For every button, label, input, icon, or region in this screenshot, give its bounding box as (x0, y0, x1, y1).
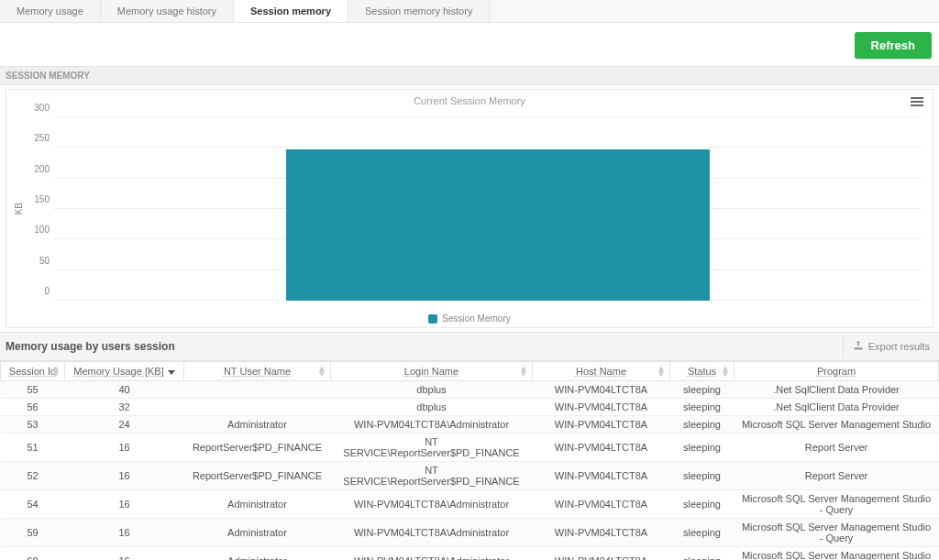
cell-login: WIN-PVM04LTCT8A\Administrator (331, 519, 533, 547)
cell-user (184, 399, 331, 416)
cell-program: Microsoft SQL Server Management Studio -… (735, 547, 939, 560)
export-label: Export results (868, 341, 930, 352)
sort-desc-icon (168, 370, 175, 375)
cell-host: WIN-PVM04LTCT8A (533, 547, 670, 560)
cell-login: dbplus (331, 381, 533, 399)
cell-user (184, 381, 331, 399)
table-row[interactable]: 5116ReportServer$PD_FINANCENT SERVICE\Re… (1, 434, 939, 462)
chart-menu-icon[interactable] (911, 97, 923, 106)
grid-line (53, 147, 922, 148)
cell-program: Microsoft SQL Server Management Studio -… (735, 519, 939, 547)
cell-status: sleeping (670, 416, 735, 434)
col-status[interactable]: Status▲▼ (670, 362, 735, 381)
cell-host: WIN-PVM04LTCT8A (533, 490, 670, 519)
chart-title: Current Session Memory (14, 95, 925, 106)
chart-legend: Session Memory (14, 310, 925, 324)
lower-section-title: Memory usage by users session (6, 340, 175, 353)
col-host-name[interactable]: Host Name▲▼ (533, 362, 670, 381)
cell-status: sleeping (670, 434, 735, 462)
tab-session-memory[interactable]: Session memory (234, 0, 348, 22)
cell-login: WIN-PVM04LTCT8A\Administrator (331, 416, 533, 434)
export-results-button[interactable]: Export results (843, 335, 939, 357)
cell-program: Report Server (735, 434, 939, 462)
cell-host: WIN-PVM04LTCT8A (533, 399, 670, 416)
cell-login: NT SERVICE\ReportServer$PD_FINANCE (331, 462, 533, 490)
cell-program: Microsoft SQL Server Management Studio (735, 416, 939, 434)
sessions-table: Session Id▲▼ Memory Usage [KB] NT User N… (0, 361, 939, 560)
cell-program: .Net SqlClient Data Provider (735, 381, 939, 399)
export-icon (853, 340, 864, 353)
cell-status: sleeping (670, 381, 735, 399)
y-tick-label: 200 (26, 163, 50, 173)
cell-user: Administrator (184, 416, 331, 434)
cell-login: dbplus (331, 399, 533, 416)
cell-mem: 16 (65, 519, 184, 547)
y-tick-label: 250 (26, 133, 50, 143)
table-row[interactable]: 5540dbplusWIN-PVM04LTCT8Asleeping.Net Sq… (1, 381, 939, 399)
lower-section-header: Memory usage by users session Export res… (0, 332, 939, 361)
col-nt-user[interactable]: NT User Name▲▼ (184, 362, 331, 381)
table-row[interactable]: 5324AdministratorWIN-PVM04LTCT8A\Adminis… (1, 416, 939, 434)
y-tick-label: 0 (26, 286, 50, 296)
chart-plot-area[interactable]: 050100150200250300 (26, 108, 925, 310)
legend-swatch (428, 314, 437, 324)
toolbar: Refresh (0, 23, 939, 66)
table-row[interactable]: 6016AdministratorWIN-PVM04LTCT8A\Adminis… (1, 547, 939, 560)
refresh-button[interactable]: Refresh (855, 32, 932, 59)
y-tick-label: 300 (26, 103, 50, 113)
cell-host: WIN-PVM04LTCT8A (533, 519, 670, 547)
cell-program: .Net SqlClient Data Provider (735, 399, 939, 416)
cell-mem: 16 (65, 434, 184, 462)
cell-sid: 53 (1, 416, 65, 434)
chart-bar[interactable] (286, 149, 709, 301)
tab-memory-usage[interactable]: Memory usage (0, 0, 101, 22)
chart-yaxis-label: KB (14, 203, 24, 214)
col-memory-usage[interactable]: Memory Usage [KB] (65, 362, 184, 381)
table-row[interactable]: 5916AdministratorWIN-PVM04LTCT8A\Adminis… (1, 519, 939, 547)
cell-mem: 24 (65, 416, 184, 434)
cell-user: Administrator (184, 519, 331, 547)
cell-host: WIN-PVM04LTCT8A (533, 434, 670, 462)
cell-program: Report Server (735, 462, 939, 490)
cell-user: ReportServer$PD_FINANCE (184, 462, 331, 490)
cell-sid: 59 (1, 519, 65, 547)
cell-mem: 16 (65, 547, 184, 560)
cell-status: sleeping (670, 462, 735, 490)
col-login-name[interactable]: Login Name▲▼ (331, 362, 533, 381)
cell-sid: 55 (1, 381, 65, 399)
cell-status: sleeping (670, 519, 735, 547)
cell-mem: 40 (65, 381, 184, 399)
y-tick-label: 50 (26, 255, 50, 265)
cell-user: ReportServer$PD_FINANCE (184, 434, 331, 462)
y-tick-label: 150 (26, 194, 50, 204)
tab-session-memory-history[interactable]: Session memory history (348, 0, 490, 22)
table-row[interactable]: 5216ReportServer$PD_FINANCENT SERVICE\Re… (1, 462, 939, 490)
cell-login: WIN-PVM04LTCT8A\Administrator (331, 547, 533, 560)
cell-status: sleeping (670, 490, 735, 519)
col-program[interactable]: Program (735, 362, 939, 381)
tab-bar: Memory usage Memory usage history Sessio… (0, 0, 939, 23)
chart-card: Current Session Memory KB 05010015020025… (6, 89, 933, 328)
cell-login: NT SERVICE\ReportServer$PD_FINANCE (331, 434, 533, 462)
section-header-session-memory: SESSION MEMORY (0, 66, 939, 85)
cell-host: WIN-PVM04LTCT8A (533, 416, 670, 434)
cell-host: WIN-PVM04LTCT8A (533, 381, 670, 399)
cell-user: Administrator (184, 490, 331, 519)
cell-sid: 54 (1, 490, 65, 519)
col-session-id[interactable]: Session Id▲▼ (1, 362, 65, 381)
cell-mem: 32 (65, 399, 184, 416)
table-row[interactable]: 5416AdministratorWIN-PVM04LTCT8A\Adminis… (1, 490, 939, 519)
y-tick-label: 100 (26, 225, 50, 235)
table-row[interactable]: 5632dbplusWIN-PVM04LTCT8Asleeping.Net Sq… (1, 399, 939, 416)
cell-user: Administrator (184, 547, 331, 560)
cell-host: WIN-PVM04LTCT8A (533, 462, 670, 490)
cell-mem: 16 (65, 462, 184, 490)
cell-mem: 16 (65, 490, 184, 519)
cell-login: WIN-PVM04LTCT8A\Administrator (331, 490, 533, 519)
cell-status: sleeping (670, 547, 735, 560)
cell-sid: 56 (1, 399, 65, 416)
cell-sid: 51 (1, 434, 65, 462)
cell-sid: 60 (1, 547, 65, 560)
grid-line (53, 116, 922, 117)
tab-memory-usage-history[interactable]: Memory usage history (101, 0, 234, 22)
